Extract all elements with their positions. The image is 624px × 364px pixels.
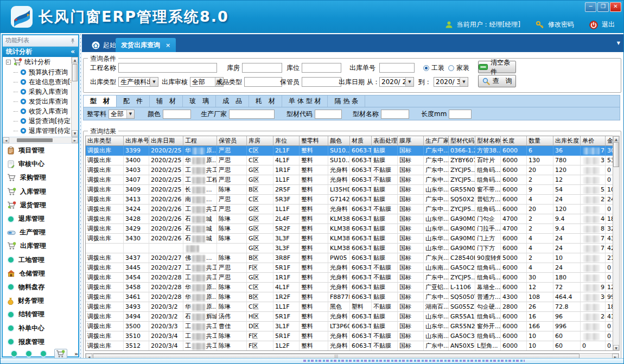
whole-part-select[interactable]: 全部▼ bbox=[109, 110, 135, 119]
sidebar-item-生产管理[interactable]: 生产管理 bbox=[7, 228, 78, 237]
material-tab[interactable]: 成 品 bbox=[216, 95, 249, 107]
scroll-up-icon[interactable]: ▲ bbox=[72, 57, 78, 63]
column-header[interactable]: 生产厂家 bbox=[424, 136, 449, 146]
scroll-down-icon[interactable]: ▼ bbox=[72, 130, 78, 137]
table-row[interactable]: 调拨出库34282020/2/26石城陈琳G区2L4F整料KLM38176063… bbox=[86, 214, 613, 224]
column-header[interactable]: 出库长度 bbox=[553, 136, 581, 146]
scroll-thumb[interactable] bbox=[72, 64, 78, 81]
table-row[interactable]: 调拨出库34092020/2/25长...陈琳B区2R5F整料LI35HD606… bbox=[86, 185, 613, 195]
column-header[interactable]: 型材代码 bbox=[449, 136, 475, 146]
scroll-down-icon[interactable]: ▼ bbox=[613, 345, 619, 350]
radio-gongzhuang[interactable]: 工装 bbox=[423, 63, 444, 73]
footer-more-chevron[interactable]: » bbox=[74, 350, 78, 357]
length-mm-input[interactable] bbox=[449, 110, 472, 119]
table-row[interactable]: 调拨出库34452020/2/27工共工程严思F区5R1F整料光身料6063-T… bbox=[86, 263, 613, 273]
warehouse-input[interactable] bbox=[242, 63, 282, 73]
clear-conditions-button[interactable]: 清空条件 bbox=[478, 61, 516, 73]
column-header[interactable]: 出库日期 bbox=[149, 136, 183, 146]
column-header[interactable]: 材质 bbox=[350, 136, 372, 146]
change-password-link[interactable]: 修改密码 bbox=[548, 20, 574, 29]
logout-link[interactable]: 退出 bbox=[602, 20, 615, 29]
table-row[interactable]: 调拨出库34372020/2/27佛...陈琳B区3R8F整料PW056063-… bbox=[86, 253, 613, 263]
column-header[interactable]: 工程 bbox=[183, 136, 217, 146]
sidebar-item-仓储管理[interactable]: 仓储管理 bbox=[7, 269, 78, 278]
scroll-right-icon[interactable]: ► bbox=[72, 137, 78, 143]
sidebar-item-采购管理[interactable]: 采购管理 bbox=[7, 173, 78, 182]
column-header[interactable]: 长度 bbox=[501, 136, 527, 146]
collapse-icon[interactable]: « bbox=[71, 47, 75, 57]
tree-root[interactable]: 统计分析 bbox=[3, 57, 78, 67]
profile-name-input[interactable] bbox=[381, 110, 409, 119]
table-row[interactable]: 调拨出库34582020/2/28华原...陈琳C区4L1F整料光身料6063-… bbox=[86, 283, 613, 292]
project-name-input[interactable] bbox=[118, 63, 217, 73]
tree-item-预算执行查询[interactable]: 预算执行查询 bbox=[3, 67, 78, 77]
column-header[interactable]: 出库单号 bbox=[124, 136, 149, 146]
table-scrollbar-vertical[interactable]: ▲ ▼ bbox=[613, 136, 620, 351]
section-header[interactable]: 统计分析 « bbox=[3, 47, 78, 57]
table-row[interactable]: 调拨出库34242020/2/26工共工程严思G区1L1F整料光身料6063-T… bbox=[86, 205, 613, 214]
column-header[interactable]: 数量 bbox=[527, 136, 553, 146]
table-row[interactable]: 调拨出库34292020/2/26石城陈琳G区5R2F整料KLM38176063… bbox=[86, 224, 613, 234]
tab-list-dropdown-icon[interactable]: ▼ bbox=[617, 41, 620, 46]
column-header[interactable]: 单价 bbox=[581, 136, 606, 146]
table-row[interactable]: 调拨出库34302020/2/26石城陈琳G区3L3F整料KLM38176063… bbox=[86, 234, 613, 244]
product-type-input[interactable] bbox=[244, 77, 282, 87]
footer-dot-icon[interactable] bbox=[25, 350, 33, 357]
column-header[interactable]: 型材名称 bbox=[475, 136, 501, 146]
tab-close-icon[interactable]: × bbox=[165, 42, 170, 49]
manufacturer-input[interactable] bbox=[229, 110, 275, 119]
column-header[interactable]: 出库类型 bbox=[86, 136, 124, 146]
table-row[interactable]: 调拨出库35102020/3/4工共工程陈琳F区5R1F整料光身料6063-T5… bbox=[86, 331, 613, 341]
table-row[interactable]: 调拨出库33992020/2/25华原...严思C区2L1F整料SU10...6… bbox=[86, 146, 613, 156]
material-tab[interactable]: 玻 璃 bbox=[183, 95, 216, 107]
tree-scrollbar-horizontal[interactable]: ◄ ► bbox=[3, 137, 78, 144]
table-row[interactable]: 调拨出库34132020/2/26南...严思C区5R3F整料G71422606… bbox=[86, 195, 613, 205]
column-header[interactable]: 膜厚 bbox=[398, 136, 424, 146]
tree-item-退库管理[待定[interactable]: 退库管理[待定 bbox=[3, 126, 78, 136]
sidebar-item-审核中心[interactable]: 审核中心 bbox=[7, 159, 78, 169]
sidebar-item-项目管理[interactable]: 项目管理 bbox=[7, 146, 78, 155]
table-row[interactable]: 调拨出库34542020/2/28工共工程严思G区1R1F整料光身料6063-T… bbox=[86, 273, 613, 283]
profile-code-input[interactable] bbox=[315, 110, 342, 119]
maximize-button[interactable]: ❐ bbox=[597, 2, 609, 12]
sidebar-item-工地管理[interactable]: 工地管理 bbox=[7, 256, 78, 265]
minimize-button[interactable]: ─ bbox=[585, 2, 596, 12]
sidebar-item-物料盘存[interactable]: 物料盘存 bbox=[7, 283, 78, 292]
search-button[interactable]: 查 询 bbox=[478, 75, 516, 87]
column-header[interactable]: 表面处理 bbox=[372, 136, 398, 146]
color-input[interactable] bbox=[163, 110, 191, 119]
column-header[interactable]: 库房 bbox=[247, 136, 273, 146]
table-row[interactable]: 调拨出库34072020/2/25工工程严思G区1L1F整料光身料6063-T5… bbox=[86, 175, 613, 185]
keeper-input[interactable] bbox=[302, 77, 341, 87]
material-tab[interactable]: 辅 材 bbox=[150, 95, 183, 107]
sidebar-item-退库管理[interactable]: 退库管理 bbox=[7, 214, 78, 223]
location-input[interactable] bbox=[302, 63, 341, 73]
footer-dot-icon[interactable] bbox=[10, 350, 18, 357]
column-header[interactable]: 金 bbox=[606, 136, 613, 146]
material-tab[interactable]: 配 件 bbox=[117, 95, 150, 107]
table-row[interactable]: G区3L3F整料KLM38176063-T5贴膜国标山东华...GA90M09.… bbox=[86, 244, 613, 253]
date-from-select[interactable]: 2020/ 2/16▼ bbox=[379, 77, 414, 87]
column-header[interactable]: 库位 bbox=[273, 136, 300, 146]
date-to-select[interactable]: 2020/ 3/16▼ bbox=[434, 77, 468, 87]
table-row[interactable]: 调拨出库34932020/3/2华原...陈琳C区1L1F整料黑色塑料不贴膜国标… bbox=[86, 302, 613, 312]
outbound-no-input[interactable] bbox=[379, 63, 415, 73]
sidebar-item-出库管理[interactable]: 出库管理 bbox=[7, 241, 78, 251]
sidebar-item-财务管理[interactable]: 财务管理 bbox=[7, 296, 78, 305]
scroll-left-icon[interactable]: ◄ bbox=[3, 137, 9, 143]
table-row[interactable]: 调拨出库35002020/3/3工共工程曹佳D区3L1F整料LT3P606063… bbox=[86, 322, 613, 331]
material-tab[interactable]: 单 体 型 材 bbox=[282, 95, 328, 107]
column-header[interactable]: 整零料 bbox=[300, 136, 328, 146]
table-row[interactable]: 调拨出库34942020/3/2石辉城汤伟H区5R1F整料光身料6063-T5贴… bbox=[86, 312, 613, 322]
material-tab[interactable]: 耗 材 bbox=[249, 95, 282, 107]
column-header[interactable]: 保管员 bbox=[217, 136, 247, 146]
tree-item-收货入库查询[interactable]: 收货入库查询 bbox=[3, 106, 78, 116]
footer-cart-button[interactable] bbox=[54, 349, 67, 359]
table-row[interactable]: 调拨出库34612020/2/28华原...陈琳B区1R2F整料F8877FT6… bbox=[86, 292, 613, 302]
table-row[interactable]: 调拨出库35122020/3/4工共工程陈琳F区1L2F整料光身料6063-T5… bbox=[86, 341, 613, 351]
material-tab[interactable]: 隔 热 条 bbox=[328, 95, 365, 107]
footer-dot-icon[interactable] bbox=[40, 350, 47, 357]
scroll-up-icon[interactable]: ▲ bbox=[613, 136, 619, 142]
table-row[interactable]: 调拨出库34002020/2/25华原...严思C区4L1F整料SU10...6… bbox=[86, 156, 613, 165]
material-tab[interactable]: 型 材 bbox=[84, 95, 117, 107]
